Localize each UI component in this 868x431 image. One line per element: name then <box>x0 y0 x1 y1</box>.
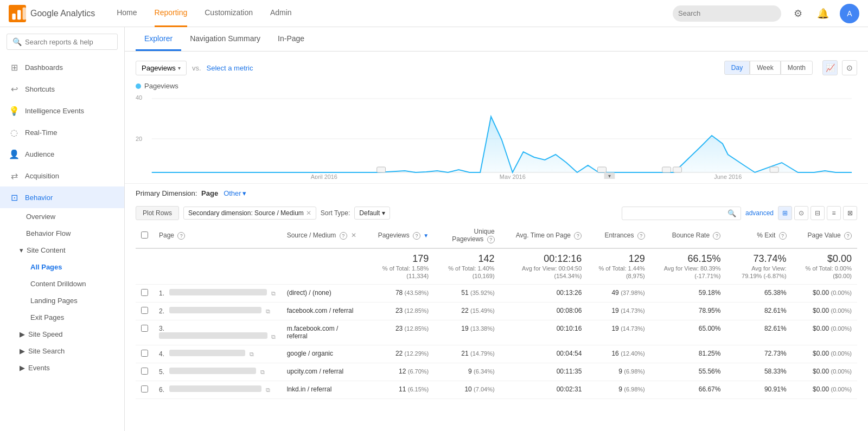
svg-text:June 2016: June 2016 <box>714 173 742 179</box>
unique-value: 10 <box>464 385 471 393</box>
nav-customization[interactable]: Customization <box>205 0 253 27</box>
row-checkbox[interactable] <box>136 285 154 303</box>
source-remove-icon[interactable]: ✕ <box>351 231 356 239</box>
external-link-icon[interactable]: ⧉ <box>266 387 270 393</box>
external-link-icon[interactable]: ⧉ <box>271 333 276 340</box>
th-unique-pageviews[interactable]: UniquePageviews ? <box>434 223 500 248</box>
sidebar-sub-content-drilldown[interactable]: Content Drilldown <box>0 275 124 292</box>
secondary-dimension-dropdown[interactable]: Secondary dimension: Source / Medium ✕ <box>183 207 316 220</box>
week-button[interactable]: Week <box>750 61 780 75</box>
row-checkbox[interactable] <box>136 303 154 320</box>
sidebar-search-input[interactable] <box>25 38 112 46</box>
external-link-icon[interactable]: ⧉ <box>250 351 254 357</box>
top-search-bar[interactable] <box>673 5 781 22</box>
bar-chart-button[interactable]: ⊙ <box>842 60 857 75</box>
select-metric-link[interactable]: Select a metric <box>207 64 253 72</box>
row-unique: 10 (7.04%) <box>434 381 500 399</box>
nav-admin[interactable]: Admin <box>270 0 292 27</box>
entrances-help-icon[interactable]: ? <box>637 232 645 240</box>
comparison-view-button[interactable]: ⊟ <box>810 206 825 220</box>
unique-help-icon[interactable]: ? <box>487 236 495 243</box>
select-all-checkbox[interactable] <box>136 223 154 248</box>
other-dimension[interactable]: Other ▾ <box>224 189 246 197</box>
external-link-icon[interactable]: ⧉ <box>271 290 276 297</box>
bounce-help-icon[interactable]: ? <box>713 232 720 240</box>
row-checkbox[interactable] <box>136 320 154 345</box>
advanced-filter-link[interactable]: advanced <box>745 209 774 217</box>
sidebar-nav: ⊞ Dashboards ↩ Shortcuts 💡 Intelligence … <box>0 56 124 431</box>
tab-in-page[interactable]: In-Page <box>269 28 313 51</box>
tab-explorer[interactable]: Explorer <box>136 28 181 51</box>
total-entrances-pct: % of Total: 1.44% (8,975) <box>598 265 644 279</box>
row-checkbox[interactable] <box>136 345 154 363</box>
sidebar-sub-all-pages[interactable]: All Pages <box>0 259 124 275</box>
th-entrances[interactable]: Entrances ? <box>587 223 650 248</box>
exit-help-icon[interactable]: ? <box>779 232 787 240</box>
table-search-input[interactable] <box>627 209 724 217</box>
sidebar-section-site-search[interactable]: ▶ Site Search <box>0 343 124 359</box>
row-page-value: $0.00 (0.00%) <box>792 381 857 399</box>
plot-rows-button[interactable]: Plot Rows <box>136 206 179 220</box>
sidebar-sub-behavior-flow[interactable]: Behavior Flow <box>0 225 124 242</box>
nav-reporting[interactable]: Reporting <box>155 0 188 27</box>
sidebar-item-dashboards[interactable]: ⊞ Dashboards <box>0 56 124 78</box>
sidebar-sub-landing-pages[interactable]: Landing Pages <box>0 292 124 309</box>
th-pageviews[interactable]: Pageviews ? ▼ <box>363 223 434 248</box>
value-help-icon[interactable]: ? <box>844 232 852 240</box>
external-link-icon[interactable]: ⧉ <box>266 308 270 314</box>
total-entrances: 129 <box>592 253 644 265</box>
notifications-icon[interactable]: 🔔 <box>815 5 831 22</box>
source-help-icon[interactable]: ? <box>340 232 347 240</box>
dimension-page[interactable]: Page <box>201 189 218 197</box>
pivot-view-button[interactable]: ⊙ <box>794 206 808 220</box>
user-avatar[interactable]: A <box>840 4 859 23</box>
sidebar-item-acquisition[interactable]: ⇄ Acquisition <box>0 165 124 186</box>
sidebar-section-site-content[interactable]: ▾ Site Content <box>0 242 124 259</box>
row-checkbox[interactable] <box>136 363 154 381</box>
logo-text: Google Analytics <box>30 9 95 18</box>
th-exit-pct[interactable]: % Exit ? <box>726 223 792 248</box>
other-dropdown-arrow: ▾ <box>242 189 246 197</box>
sidebar-item-audience[interactable]: 👤 Audience <box>0 143 124 165</box>
treemap-view-button[interactable]: ⊠ <box>843 206 857 220</box>
row-checkbox[interactable] <box>136 381 154 399</box>
th-bounce-rate[interactable]: Bounce Rate ? <box>650 223 726 248</box>
time-help-icon[interactable]: ? <box>574 232 582 240</box>
sidebar-item-shortcuts[interactable]: ↩ Shortcuts <box>0 78 124 100</box>
secondary-dim-remove[interactable]: ✕ <box>306 209 311 217</box>
th-page[interactable]: Page ? <box>154 223 282 248</box>
entrances-value: 9 <box>618 385 622 393</box>
pageviews-metric-button[interactable]: Pageviews ▾ <box>136 61 187 75</box>
grid-view-button[interactable]: ⊞ <box>778 206 792 220</box>
table-search-icon[interactable]: 🔍 <box>727 209 736 217</box>
external-link-icon[interactable]: ⧉ <box>260 369 265 375</box>
page-help-icon[interactable]: ? <box>177 232 185 240</box>
th-source-medium[interactable]: Source / Medium ? ✕ <box>282 223 364 248</box>
day-button[interactable]: Day <box>724 61 750 75</box>
settings-icon[interactable]: ⚙ <box>790 5 806 22</box>
sidebar-item-realtime[interactable]: ◌ Real-Time <box>0 121 124 143</box>
entrances-value: 19 <box>611 325 618 332</box>
top-search-input[interactable] <box>678 9 776 17</box>
row-number: 1. <box>159 290 164 297</box>
sort-type-dropdown[interactable]: Default ▾ <box>354 207 390 220</box>
sidebar-sub-exit-pages[interactable]: Exit Pages <box>0 309 124 326</box>
month-button[interactable]: Month <box>781 61 813 75</box>
term-cloud-button[interactable]: ≡ <box>827 206 841 220</box>
sidebar-item-intelligence[interactable]: 💡 Intelligence Events <box>0 100 124 121</box>
line-chart-button[interactable]: 📈 <box>822 60 838 75</box>
sidebar-search-box[interactable]: 🔍 <box>7 34 118 50</box>
sidebar-section-events[interactable]: ▶ Events <box>0 359 124 376</box>
th-avg-time[interactable]: Avg. Time on Page ? <box>500 223 588 248</box>
sidebar-sub-overview[interactable]: Overview <box>0 208 124 225</box>
tab-navigation-summary[interactable]: Navigation Summary <box>181 28 269 51</box>
total-bounce-rate: 66.15% <box>656 253 721 265</box>
sidebar-section-site-speed[interactable]: ▶ Site Speed <box>0 326 124 343</box>
row-bounce-rate: 59.18% <box>650 285 726 303</box>
pageviews-help-icon[interactable]: ? <box>413 232 420 240</box>
th-page-value[interactable]: Page Value ? <box>792 223 857 248</box>
nav-home[interactable]: Home <box>117 0 137 27</box>
row-entrances: 19 (14.73%) <box>587 303 650 320</box>
sidebar-item-behavior[interactable]: ⊡ Behavior <box>0 186 124 208</box>
chart-legend: Pageviews <box>136 82 857 90</box>
